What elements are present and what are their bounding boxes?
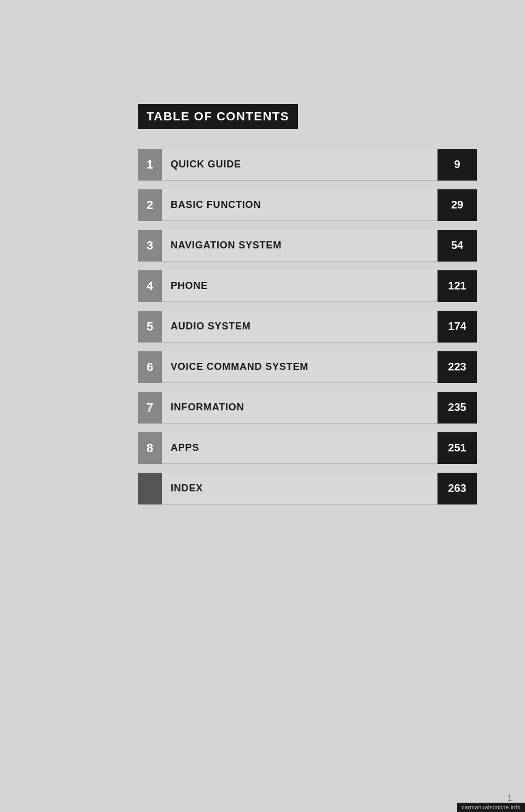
toc-entry[interactable]: INDEX263 <box>138 473 477 504</box>
toc-page-number: 251 <box>438 432 477 464</box>
toc-entry-label: AUDIO SYSTEM <box>162 321 438 332</box>
toc-entry-label: QUICK GUIDE <box>162 159 438 170</box>
toc-entry-label: BASIC FUNCTION <box>162 199 438 211</box>
toc-entry[interactable]: 2BASIC FUNCTION29 <box>138 189 477 221</box>
toc-entry[interactable]: 4PHONE121 <box>138 270 477 302</box>
toc-entry-label: INDEX <box>162 483 438 494</box>
toc-number-box: 3 <box>138 230 162 262</box>
toc-number-box: 8 <box>138 432 162 464</box>
toc-entry[interactable]: 1QUICK GUIDE9 <box>138 149 477 181</box>
toc-number-box: 7 <box>138 392 162 424</box>
toc-page-number: 174 <box>438 311 477 343</box>
toc-number-box: 6 <box>138 351 162 383</box>
toc-entry[interactable]: 5AUDIO SYSTEM174 <box>138 311 477 343</box>
page: TABLE OF CONTENTS 1QUICK GUIDE92BASIC FU… <box>0 0 525 812</box>
toc-entry[interactable]: 6VOICE COMMAND SYSTEM223 <box>138 351 477 383</box>
toc-entry-label: NAVIGATION SYSTEM <box>162 240 438 251</box>
toc-page-number: 235 <box>438 392 477 424</box>
toc-page-number: 9 <box>438 149 477 181</box>
toc-page-number: 263 <box>438 473 477 504</box>
content-area: TABLE OF CONTENTS 1QUICK GUIDE92BASIC FU… <box>138 104 477 513</box>
toc-page-number: 223 <box>438 351 477 383</box>
toc-number-box: 2 <box>138 189 162 221</box>
toc-page-number: 121 <box>438 270 477 302</box>
toc-number-box: 5 <box>138 311 162 343</box>
toc-number-box: 1 <box>138 149 162 181</box>
toc-entry[interactable]: 7INFORMATION235 <box>138 392 477 424</box>
toc-entry[interactable]: 3NAVIGATION SYSTEM54 <box>138 230 477 262</box>
watermark: carmanualsonline.info <box>457 803 525 812</box>
toc-number-box: 4 <box>138 270 162 302</box>
toc-page-number: 54 <box>438 230 477 262</box>
toc-page-number: 29 <box>438 189 477 221</box>
page-number: 1 <box>508 793 512 802</box>
toc-entry-label: VOICE COMMAND SYSTEM <box>162 361 438 373</box>
toc-entry[interactable]: 8APPS251 <box>138 432 477 464</box>
toc-entry-label: PHONE <box>162 280 438 292</box>
toc-entry-label: APPS <box>162 442 438 454</box>
toc-entry-label: INFORMATION <box>162 402 438 413</box>
toc-entries: 1QUICK GUIDE92BASIC FUNCTION293NAVIGATIO… <box>138 149 477 513</box>
toc-title: TABLE OF CONTENTS <box>138 104 298 129</box>
toc-number-box <box>138 473 162 504</box>
